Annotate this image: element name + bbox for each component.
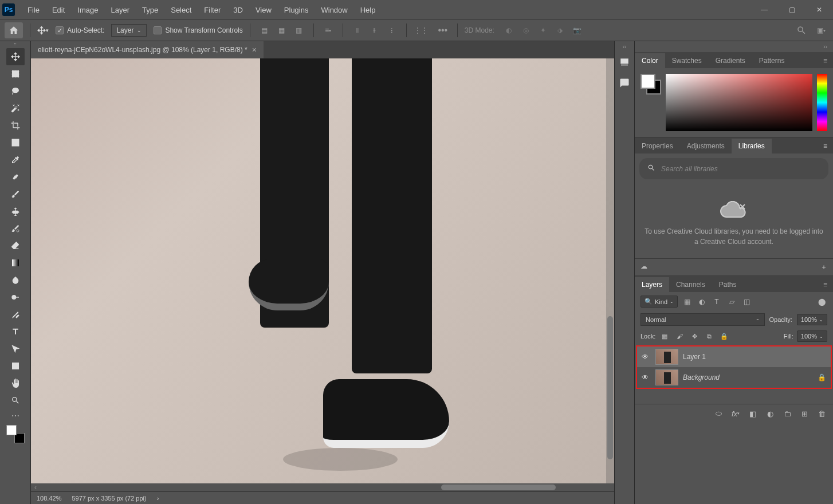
brush-tool[interactable]	[6, 186, 25, 203]
adjustment-layer-icon[interactable]: ◐	[764, 408, 776, 419]
pen-tool[interactable]	[6, 306, 25, 323]
distribute-top-icon[interactable]: ⫴	[350, 23, 365, 38]
move-tool[interactable]	[6, 48, 25, 65]
layer-item[interactable]: 👁 Layer 1	[637, 346, 831, 367]
panel-menu-icon[interactable]: ≡	[818, 277, 833, 292]
rectangle-tool[interactable]	[6, 357, 25, 375]
blend-mode-dropdown[interactable]: Normal⌄	[641, 313, 765, 326]
menu-layer[interactable]: Layer	[105, 2, 136, 18]
lock-position-icon[interactable]: ✥	[689, 331, 700, 341]
comments-panel-icon[interactable]	[616, 75, 632, 91]
opacity-input[interactable]: 100% ⌄	[797, 314, 827, 325]
path-selection-tool[interactable]	[6, 340, 25, 357]
menu-3d[interactable]: 3D	[227, 2, 249, 18]
eyedropper-tool[interactable]	[6, 151, 25, 168]
filter-shape-icon[interactable]: ▱	[726, 296, 737, 308]
lock-image-icon[interactable]: 🖌	[674, 331, 685, 341]
dodge-tool[interactable]	[6, 289, 25, 306]
panel-grip[interactable]: ⠿	[14, 42, 17, 47]
layer-item[interactable]: 👁 Background 🔒	[637, 367, 831, 388]
tab-patterns[interactable]: Patterns	[752, 53, 792, 68]
tab-paths[interactable]: Paths	[712, 277, 744, 292]
edit-toolbar-icon[interactable]: ⋯	[11, 411, 19, 420]
menu-help[interactable]: Help	[355, 2, 382, 18]
horizontal-scrollbar[interactable]: ‹	[31, 483, 614, 491]
layer-name[interactable]: Background	[683, 373, 720, 381]
distribute-more-icon[interactable]: ⋮⋮	[414, 23, 429, 38]
menu-view[interactable]: View	[250, 2, 277, 18]
visibility-toggle-icon[interactable]: 👁	[642, 353, 651, 361]
blur-tool[interactable]	[6, 271, 25, 289]
delete-layer-icon[interactable]: 🗑	[816, 408, 827, 419]
layer-thumbnail[interactable]	[655, 349, 678, 365]
collapse-panels-icon[interactable]: ››	[635, 41, 833, 52]
marquee-tool[interactable]	[6, 65, 25, 82]
frame-tool[interactable]	[6, 134, 25, 151]
eraser-tool[interactable]	[6, 237, 25, 254]
filter-toggle-icon[interactable]: ⬤	[816, 296, 827, 308]
filter-smart-icon[interactable]: ◫	[741, 296, 752, 308]
workspace-icon[interactable]: ▣ ▾	[814, 23, 828, 38]
panel-menu-icon[interactable]: ≡	[818, 139, 833, 153]
color-fg-bg-swatch[interactable]	[641, 74, 661, 94]
add-library-icon[interactable]: ＋	[820, 262, 827, 272]
align-right-icon[interactable]: ▥	[292, 23, 307, 38]
status-chevron-icon[interactable]: ›	[157, 495, 159, 502]
hand-tool[interactable]	[6, 375, 25, 392]
layer-name[interactable]: Layer 1	[683, 353, 706, 361]
panel-menu-icon[interactable]: ≡	[818, 53, 833, 68]
link-layers-icon[interactable]: ⬭	[713, 408, 724, 419]
filter-pixel-icon[interactable]: ▦	[681, 296, 693, 308]
lock-indicator-icon[interactable]: 🔒	[818, 373, 826, 381]
canvas[interactable]	[31, 58, 614, 483]
lock-all-icon[interactable]: 🔒	[718, 331, 730, 341]
align-center-h-icon[interactable]: ▦	[274, 23, 289, 38]
visibility-toggle-icon[interactable]: 👁	[642, 373, 651, 381]
vertical-scrollbar[interactable]	[606, 58, 614, 483]
menu-select[interactable]: Select	[165, 2, 197, 18]
libraries-search[interactable]: Search all libraries	[639, 158, 828, 179]
history-brush-tool[interactable]	[6, 220, 25, 237]
crop-tool[interactable]	[6, 117, 25, 134]
type-tool[interactable]	[6, 323, 25, 340]
gradient-tool[interactable]	[6, 254, 25, 271]
minimize-button[interactable]: —	[753, 3, 776, 17]
zoom-tool[interactable]	[6, 392, 25, 409]
filter-type-icon[interactable]: T	[711, 296, 722, 308]
document-tab[interactable]: eliott-reyna-jCEpN62oWL4-unsplash.jpg @ …	[31, 41, 264, 58]
layer-style-icon[interactable]: fx▾	[730, 408, 741, 419]
foreground-background-colors[interactable]	[6, 425, 25, 443]
filter-adjustment-icon[interactable]: ◐	[696, 296, 708, 308]
hue-slider[interactable]	[817, 74, 827, 131]
tab-gradients[interactable]: Gradients	[709, 53, 752, 68]
show-transform-checkbox[interactable]	[154, 26, 162, 34]
search-icon[interactable]	[794, 23, 809, 38]
layer-mask-icon[interactable]: ◧	[747, 408, 759, 419]
menu-filter[interactable]: Filter	[198, 2, 226, 18]
auto-select-checkbox[interactable]	[56, 26, 64, 34]
clone-stamp-tool[interactable]	[6, 203, 25, 220]
close-button[interactable]: ✕	[808, 3, 831, 17]
home-button[interactable]	[5, 22, 23, 38]
history-panel-icon[interactable]	[616, 54, 632, 70]
lock-transparency-icon[interactable]: ▩	[659, 331, 670, 341]
layer-filter-kind-dropdown[interactable]: 🔍 Kind ⌄	[641, 296, 678, 308]
zoom-level[interactable]: 108.42%	[37, 495, 61, 502]
tab-layers[interactable]: Layers	[635, 277, 669, 292]
menu-window[interactable]: Window	[315, 2, 353, 18]
tab-channels[interactable]: Channels	[669, 277, 712, 292]
distribute-center-v-icon[interactable]: ⫵	[367, 23, 382, 38]
align-left-icon[interactable]: ▤	[257, 23, 272, 38]
distribute-bottom-icon[interactable]: ⫶	[384, 23, 399, 38]
menu-edit[interactable]: Edit	[46, 2, 70, 18]
maximize-button[interactable]: ▢	[780, 3, 803, 17]
lasso-tool[interactable]	[6, 82, 25, 100]
fill-input[interactable]: 100% ⌄	[797, 330, 827, 342]
tab-color[interactable]: Color	[635, 53, 665, 68]
layer-thumbnail[interactable]	[655, 369, 678, 385]
menu-plugins[interactable]: Plugins	[278, 2, 315, 18]
align-more-icon[interactable]: ≡ ▾	[321, 23, 336, 38]
tab-adjustments[interactable]: Adjustments	[680, 139, 732, 153]
expand-panels-icon[interactable]: ‹‹	[623, 44, 627, 50]
cloud-sync-icon[interactable]: ☁	[641, 262, 647, 272]
